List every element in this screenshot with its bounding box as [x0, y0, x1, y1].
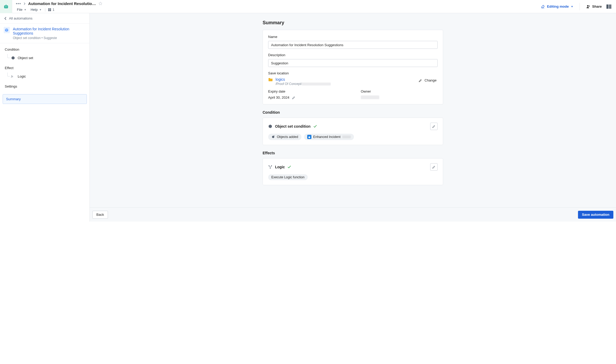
condition-card: Object set condition Objects added — [263, 118, 443, 145]
svg-rect-7 — [50, 10, 51, 11]
presence-indicator[interactable]: 1 — [48, 8, 54, 12]
file-menu[interactable]: File▼ — [16, 7, 27, 12]
svg-rect-6 — [48, 10, 50, 11]
edit-condition-button[interactable] — [430, 123, 438, 130]
pencil-icon — [432, 124, 436, 128]
sidebar-item-label: Logic — [18, 74, 26, 78]
back-button[interactable]: Back — [92, 211, 108, 219]
svg-rect-11 — [609, 4, 610, 9]
help-menu-label: Help — [31, 8, 38, 12]
svg-point-9 — [589, 6, 590, 7]
sidebar-item-label: Summary — [6, 97, 21, 101]
sidebar-item-label: Object set — [18, 56, 33, 60]
cube-icon — [268, 124, 272, 128]
svg-rect-3 — [6, 4, 6, 5]
pencil-icon[interactable] — [292, 96, 296, 99]
svg-point-16 — [270, 168, 271, 169]
expiry-label: Expiry date — [268, 89, 345, 93]
cube-icon — [4, 28, 9, 32]
automation-header[interactable]: Automation for Incident Resolution Sugge… — [0, 24, 89, 43]
svg-point-1 — [5, 6, 6, 7]
svg-rect-4 — [48, 8, 50, 9]
edit-effect-button[interactable] — [430, 163, 438, 171]
svg-rect-10 — [606, 4, 608, 9]
owner-label: Owner — [361, 89, 438, 93]
tag-label: Objects added — [277, 135, 298, 139]
help-menu[interactable]: Help▼ — [30, 7, 43, 12]
save-automation-button[interactable]: Save automation — [578, 211, 613, 219]
effect-name: Logic — [275, 165, 285, 169]
sidebar-item-logic[interactable]: fx Logic — [5, 73, 85, 80]
people-icon — [586, 5, 590, 8]
file-menu-label: File — [17, 8, 22, 12]
description-input[interactable] — [268, 59, 438, 67]
condition-name: Object set condition — [275, 124, 311, 128]
panel-toggle-icon[interactable] — [606, 4, 611, 9]
chevron-down-icon: ▼ — [571, 5, 573, 8]
chevron-right-icon — [24, 2, 26, 5]
page-title: Automation for Incident Resolutio… — [28, 1, 96, 6]
sidebar: All automations Automation for Incident … — [0, 13, 90, 222]
presence-icon — [48, 8, 51, 12]
topbar: ••• Automation for Incident Resolutio… F… — [0, 0, 616, 13]
editing-mode-button[interactable]: Editing mode ▼ — [541, 4, 573, 9]
sidebar-item-object-set[interactable]: Object set — [5, 54, 85, 62]
chevron-left-icon — [4, 17, 6, 20]
footer: Back Save automation — [90, 207, 616, 222]
name-input[interactable] — [268, 41, 438, 49]
section-title-condition: Condition — [263, 110, 443, 114]
check-icon — [287, 165, 291, 169]
robot-icon — [3, 4, 9, 9]
back-link[interactable]: All automations — [0, 13, 89, 24]
save-button-label: Save automation — [582, 213, 609, 217]
branch-icon — [268, 165, 272, 169]
star-icon[interactable] — [98, 2, 102, 6]
back-label: All automations — [9, 16, 32, 20]
svg-rect-12 — [610, 4, 611, 9]
tag-label: Enhanced Incident — [313, 135, 341, 139]
cube-plus-icon — [271, 135, 275, 139]
expiry-value: April 30, 2024 — [268, 95, 289, 99]
svg-rect-0 — [4, 5, 8, 8]
object-type-icon: ◆ — [307, 135, 311, 139]
tag-enhanced-incident: ◆ Enhanced Incident — [304, 134, 354, 140]
svg-text:fx: fx — [11, 75, 13, 78]
change-label: Change — [424, 78, 437, 82]
chevron-down-icon: ▼ — [24, 8, 26, 11]
pencil-icon — [419, 79, 422, 82]
divider — [580, 3, 580, 10]
svg-point-2 — [6, 6, 7, 7]
change-location-button[interactable]: Change — [418, 77, 438, 83]
cube-icon — [11, 56, 15, 60]
automation-title: Automation for Incident Resolution Sugge… — [13, 27, 86, 35]
more-menu[interactable]: ••• — [16, 1, 21, 6]
share-label: Share — [592, 4, 602, 8]
svg-point-15 — [271, 165, 272, 166]
automation-subtitle: Object set condition • Suggeste — [13, 36, 86, 40]
sidebar-item-summary[interactable]: Summary — [3, 94, 87, 104]
share-button[interactable]: Share — [586, 4, 602, 8]
folder-icon — [268, 77, 273, 81]
edit-square-icon — [541, 4, 545, 9]
save-location-name[interactable]: logics — [276, 77, 331, 82]
editing-mode-label: Editing mode — [547, 4, 569, 8]
pencil-icon — [432, 165, 436, 169]
app-icon[interactable] — [0, 0, 12, 13]
svg-rect-5 — [50, 8, 51, 9]
name-label: Name — [268, 35, 438, 39]
sidebar-head-settings: Settings — [5, 84, 85, 88]
sidebar-head-condition: Condition — [5, 47, 85, 51]
fx-icon: fx — [11, 75, 15, 78]
section-title-effects: Effects — [263, 151, 443, 155]
chevron-down-icon: ▼ — [39, 8, 42, 11]
check-icon — [313, 125, 317, 128]
cube-badge — [4, 27, 10, 33]
owner-value — [361, 95, 379, 99]
tag-objects-added: Objects added — [268, 134, 301, 140]
tag-label: Execute Logic function — [271, 175, 305, 179]
save-location-path: /Proof Of Concept/ — [276, 82, 331, 86]
svg-point-8 — [587, 5, 588, 6]
description-label: Description — [268, 53, 438, 57]
effects-card: Logic Execute Logic function — [263, 158, 443, 185]
tag-execute-logic: Execute Logic function — [268, 174, 308, 180]
